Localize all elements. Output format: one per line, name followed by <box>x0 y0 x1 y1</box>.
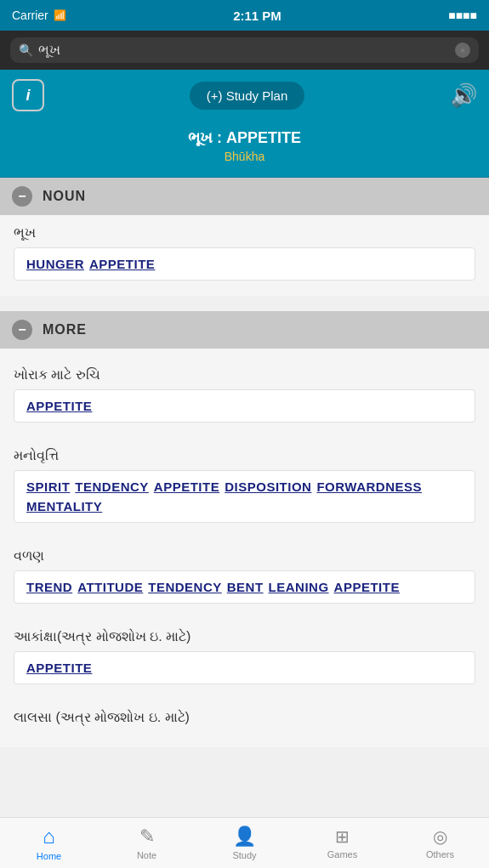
noun-section-body: ભૂખ HUNGER APPETITE <box>0 215 489 296</box>
more-word-mentality[interactable]: MENTALITY <box>26 499 102 513</box>
more-entry-1-gujarati: મનોવૃત્તિ <box>14 448 475 463</box>
tab-study[interactable]: 👤 Study <box>196 818 293 868</box>
tab-others-label: Others <box>426 849 454 859</box>
noun-collapse-button[interactable]: − <box>12 186 32 207</box>
more-entry-2: વળણ TREND ATTITUDE TENDENCY BENT LEANING… <box>14 540 475 612</box>
noun-section-title: NOUN <box>43 189 86 204</box>
search-input-wrapper[interactable]: 🔍 ભૂખ × <box>10 37 479 63</box>
more-word-appetite-2[interactable]: APPETITE <box>334 580 400 594</box>
more-word-appetite-3[interactable]: APPETITE <box>26 661 92 675</box>
home-icon: ⌂ <box>43 825 55 848</box>
battery-icon: ■■■■ <box>448 9 477 22</box>
more-entry-1-english-row: SPIRIT TENDENCY APPETITE DISPOSITION FOR… <box>14 470 475 523</box>
tab-note[interactable]: ✎ Note <box>98 818 196 868</box>
study-icon: 👤 <box>233 825 256 848</box>
tab-games[interactable]: ⊞ Games <box>293 818 391 868</box>
noun-entry-0-gujarati: ભૂખ <box>14 225 475 241</box>
word-subtitle: Bhūkha <box>14 150 475 163</box>
tab-games-label: Games <box>327 849 357 859</box>
noun-section-header: − NOUN <box>0 178 489 215</box>
more-entry-2-english-row: TREND ATTITUDE TENDENCY BENT LEANING APP… <box>14 570 475 604</box>
more-word-forwardness[interactable]: FORWARDNESS <box>316 479 422 494</box>
more-entry-2-gujarati: વળણ <box>14 548 475 564</box>
more-entry-4-gujarati: લાલસા (અત્ર મોજશોખ ઇ. માટે) <box>14 710 475 725</box>
carrier-label: Carrier 📶 <box>12 9 66 22</box>
noun-section: − NOUN ભૂખ HUNGER APPETITE <box>0 178 489 296</box>
speaker-button[interactable]: 🔊 <box>450 82 477 109</box>
tab-note-label: Note <box>137 850 156 860</box>
main-content: − NOUN ભૂખ HUNGER APPETITE − MORE ખોરાક … <box>0 178 489 811</box>
more-section: − MORE ખોરાક માટે રુચિ APPETITE મનોવૃત્ત… <box>0 311 489 747</box>
more-word-tendency-1[interactable]: TENDENCY <box>75 479 149 494</box>
search-query: ભૂખ <box>38 43 450 58</box>
tab-home-label: Home <box>37 851 61 861</box>
study-plan-button[interactable]: (+) Study Plan <box>190 82 304 110</box>
more-entry-0-english-row: APPETITE <box>14 389 475 423</box>
status-bar: Carrier 📶 2:11 PM ■■■■ <box>0 0 489 31</box>
more-section-title: MORE <box>43 322 87 338</box>
others-icon: ◎ <box>433 826 447 847</box>
toolbar: i (+) Study Plan 🔊 <box>0 70 489 121</box>
note-icon: ✎ <box>139 825 155 848</box>
noun-entry-0-english-row: HUNGER APPETITE <box>14 247 475 281</box>
word-header: ભૂખ : APPETITE Bhūkha <box>0 121 489 178</box>
more-word-disposition[interactable]: DISPOSITION <box>225 479 311 494</box>
wifi-icon: 📶 <box>54 9 66 21</box>
more-word-tendency-2[interactable]: TENDENCY <box>148 580 222 594</box>
time-label: 2:11 PM <box>233 9 281 23</box>
tab-study-label: Study <box>232 850 256 860</box>
more-entry-1: મનોવૃત્તિ SPIRIT TENDENCY APPETITE DISPO… <box>14 440 475 531</box>
more-entry-0-gujarati: ખોરાક માટે રુચિ <box>14 367 475 383</box>
divider-1 <box>0 304 489 311</box>
more-section-header: − MORE <box>0 311 489 349</box>
more-word-spirit[interactable]: SPIRIT <box>26 479 70 494</box>
more-entry-0: ખોરાક માટે રુચિ APPETITE <box>14 359 475 431</box>
noun-word-appetite[interactable]: APPETITE <box>89 257 155 271</box>
noun-word-hunger[interactable]: HUNGER <box>26 257 84 271</box>
more-word-appetite-0[interactable]: APPETITE <box>26 399 92 413</box>
tab-others[interactable]: ◎ Others <box>391 818 489 868</box>
more-word-appetite-1[interactable]: APPETITE <box>154 479 219 494</box>
more-word-leaning[interactable]: LEANING <box>269 580 329 594</box>
more-collapse-button[interactable]: − <box>12 320 32 340</box>
more-word-bent[interactable]: BENT <box>227 580 264 594</box>
games-icon: ⊞ <box>335 826 350 847</box>
tab-bar: ⌂ Home ✎ Note 👤 Study ⊞ Games ◎ Others <box>0 817 489 868</box>
more-word-attitude[interactable]: ATTITUDE <box>77 580 143 594</box>
more-word-trend[interactable]: TREND <box>26 580 72 594</box>
search-bar: 🔍 ભૂખ × <box>0 31 489 70</box>
more-section-body: ખોરાક માટે રુચિ APPETITE મનોવૃત્તિ SPIRI… <box>0 349 489 747</box>
search-icon: 🔍 <box>19 43 33 57</box>
tab-home[interactable]: ⌂ Home <box>0 818 98 868</box>
info-button[interactable]: i <box>12 79 44 111</box>
word-title: ભૂખ : APPETITE <box>14 129 475 147</box>
battery-area: ■■■■ <box>448 9 477 22</box>
more-entry-3-gujarati: આકાંક્ષા(અત્ર મોજશોખ ઇ. માટે) <box>14 629 475 644</box>
more-entry-3: આકાંક્ષા(અત્ર મોજશોખ ઇ. માટે) APPETITE <box>14 621 475 693</box>
search-clear-button[interactable]: × <box>455 43 470 58</box>
more-entry-4: લાલસા (અત્ર મોજશોખ ઇ. માટે) <box>14 701 475 737</box>
more-entry-3-english-row: APPETITE <box>14 651 475 684</box>
